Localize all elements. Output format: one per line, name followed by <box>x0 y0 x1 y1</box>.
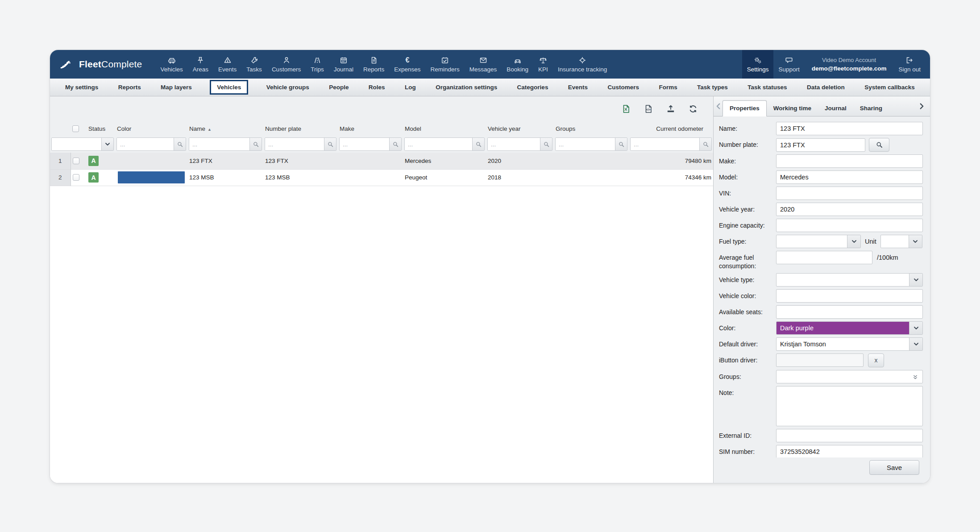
model-field[interactable] <box>776 170 923 184</box>
column-header-status[interactable]: Status <box>87 121 115 136</box>
save-button[interactable]: Save <box>869 460 919 475</box>
nav-item-sign-out[interactable]: Sign out <box>893 50 926 79</box>
subnav-data-deletion[interactable]: Data deletion <box>805 84 847 91</box>
color-filter[interactable] <box>116 137 186 151</box>
subnav-task-statuses[interactable]: Task statuses <box>746 84 789 91</box>
upload-icon[interactable] <box>666 104 676 114</box>
number-plate-field[interactable] <box>776 138 865 152</box>
column-header-color[interactable]: Color <box>115 121 187 136</box>
nav-item-expenses[interactable]: € Expenses <box>389 50 425 79</box>
nav-item-journal[interactable]: Journal <box>329 50 358 79</box>
nav-item-messages[interactable]: Messages <box>465 50 502 79</box>
vehicle-year-field[interactable] <box>776 203 923 216</box>
column-header-number-plate[interactable]: Number plate <box>263 121 338 136</box>
name-filter-input[interactable] <box>189 138 249 150</box>
model-filter-input[interactable] <box>405 138 472 150</box>
subnav-reports[interactable]: Reports <box>116 84 143 91</box>
note-field[interactable] <box>776 386 923 426</box>
nav-item-kpi[interactable]: KPI <box>533 50 553 79</box>
subnav-people[interactable]: People <box>327 84 350 91</box>
engine-capacity-field[interactable] <box>776 219 923 232</box>
brand-logo[interactable]: FleetComplete <box>59 50 142 79</box>
vehicle-year-filter[interactable] <box>487 137 552 151</box>
number-plate-filter[interactable] <box>265 137 336 151</box>
fuel-type-select[interactable] <box>776 235 861 248</box>
groups-select[interactable] <box>776 370 923 383</box>
nav-item-reminders[interactable]: Reminders <box>426 50 465 79</box>
current-odometer-filter-input[interactable] <box>631 138 699 150</box>
ibutton-clear-button[interactable]: x <box>868 353 884 367</box>
subnav-log[interactable]: Log <box>403 84 418 91</box>
subnav-customers[interactable]: Customers <box>606 84 641 91</box>
nav-item-insurance-tracking[interactable]: Insurance tracking <box>553 50 612 79</box>
nav-item-support[interactable]: Support <box>773 50 804 79</box>
available-seats-field[interactable] <box>776 305 923 319</box>
column-header-current-odometer[interactable]: Current odometer <box>629 121 713 136</box>
nav-item-customers[interactable]: Customers <box>267 50 306 79</box>
subnav-vehicle-groups[interactable]: Vehicle groups <box>265 84 311 91</box>
color-filter-input[interactable] <box>117 138 174 150</box>
tab-scroll-right-icon[interactable] <box>918 102 926 110</box>
row-checkbox[interactable] <box>73 158 79 164</box>
vehicle-color-field[interactable] <box>776 289 923 303</box>
search-icon[interactable] <box>615 138 627 150</box>
row-checkbox[interactable] <box>73 174 79 181</box>
make-filter-input[interactable] <box>340 138 389 150</box>
fuel-unit-select[interactable] <box>880 235 922 248</box>
model-filter[interactable] <box>404 137 485 151</box>
tab-scroll-left-icon[interactable] <box>714 102 723 110</box>
chevron-down-icon[interactable] <box>909 322 922 334</box>
subnav-events[interactable]: Events <box>566 84 590 91</box>
sim-number-field[interactable] <box>776 445 923 457</box>
vehicle-year-filter-input[interactable] <box>488 138 540 150</box>
search-icon[interactable] <box>699 138 711 150</box>
external-id-field[interactable] <box>776 429 923 442</box>
nav-item-settings[interactable]: Settings <box>742 50 774 79</box>
subnav-organization-settings[interactable]: Organization settings <box>434 84 499 91</box>
subnav-forms[interactable]: Forms <box>657 84 679 91</box>
name-field[interactable] <box>776 122 923 135</box>
search-icon[interactable] <box>472 138 484 150</box>
subnav-task-types[interactable]: Task types <box>695 84 730 91</box>
account-info[interactable]: Video Demo Account demo@fleetcomplete.co… <box>805 50 894 79</box>
nav-item-areas[interactable]: Areas <box>188 50 213 79</box>
nav-item-trips[interactable]: Trips <box>306 50 329 79</box>
xml-export-icon[interactable]: </> <box>644 104 653 114</box>
number-plate-lookup-button[interactable] <box>869 138 889 152</box>
make-field[interactable] <box>776 154 923 168</box>
make-filter[interactable] <box>339 137 402 151</box>
subnav-vehicles[interactable]: Vehicles <box>210 80 248 95</box>
color-select[interactable]: Dark purple <box>776 321 923 335</box>
chevron-down-icon[interactable] <box>909 235 922 248</box>
chevron-down-icon[interactable] <box>909 274 922 286</box>
subnav-system-callbacks[interactable]: System callbacks <box>863 84 917 91</box>
table-row-123-ftx[interactable]: 1 A 123 FTX 123 FTX Mercedes 2020 79480 … <box>50 153 713 169</box>
search-icon[interactable] <box>389 138 401 150</box>
select-all-checkbox[interactable] <box>72 125 79 132</box>
column-header-vehicle-year[interactable]: Vehicle year <box>486 121 554 136</box>
subnav-roles[interactable]: Roles <box>367 84 387 91</box>
average-fuel-consumption-field[interactable] <box>776 251 872 264</box>
nav-item-vehicles[interactable]: Vehicles <box>156 50 188 79</box>
tab-properties[interactable]: Properties <box>723 100 767 116</box>
current-odometer-filter[interactable] <box>630 137 712 151</box>
subnav-map-layers[interactable]: Map layers <box>159 84 194 91</box>
column-header-name[interactable]: Name▲ <box>187 121 263 136</box>
column-header-groups[interactable]: Groups <box>554 121 629 136</box>
name-filter[interactable] <box>189 137 262 151</box>
table-row-123-msb[interactable]: 2 A 123 MSB 123 MSB Peugeot 2018 74346 k… <box>50 169 713 186</box>
tab-working-time[interactable]: Working time <box>767 101 818 116</box>
chevron-down-icon[interactable] <box>101 138 113 150</box>
chevron-down-icon[interactable] <box>909 338 922 350</box>
subnav-categories[interactable]: Categories <box>515 84 550 91</box>
vin-field[interactable] <box>776 187 923 200</box>
nav-item-reports[interactable]: Reports <box>358 50 389 79</box>
number-plate-filter-input[interactable] <box>265 138 324 150</box>
excel-export-icon[interactable]: X <box>621 104 631 114</box>
subnav-my-settings[interactable]: My settings <box>63 84 100 91</box>
search-icon[interactable] <box>249 138 262 150</box>
tab-sharing[interactable]: Sharing <box>853 101 889 116</box>
groups-filter[interactable] <box>555 137 627 151</box>
groups-filter-input[interactable] <box>556 138 615 150</box>
tab-journal[interactable]: Journal <box>818 101 853 116</box>
